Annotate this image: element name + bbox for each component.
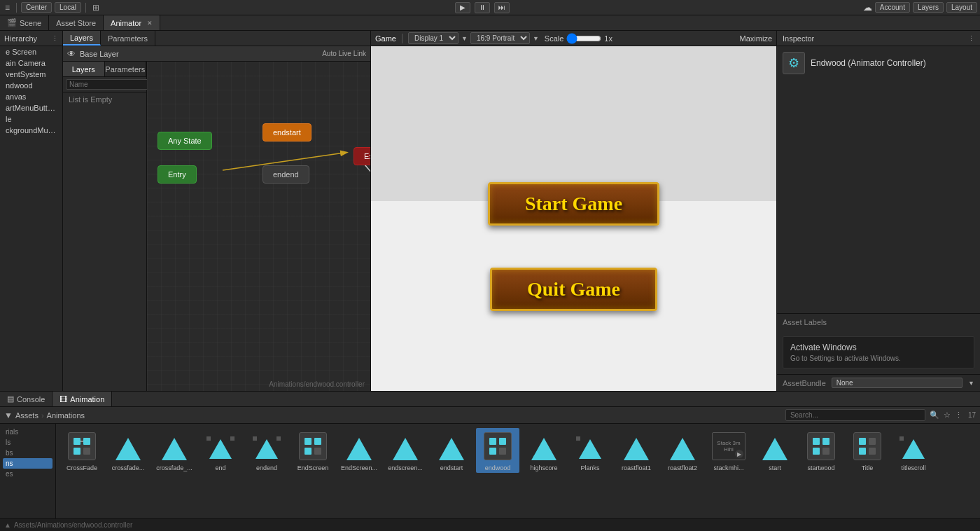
hierarchy-item[interactable]: artMenuButtons [0,102,62,113]
filter-icon[interactable]: ☆ [944,411,951,420]
params-tab-layers[interactable]: Layers [63,62,105,76]
asset-planks[interactable]: Planks [568,428,612,473]
asset-stackmhi[interactable]: Stack 3m Hihi ▶ stackmhi... [707,428,750,473]
hierarchy-item[interactable]: ventSystem [0,69,62,80]
grid-icon[interactable]: ⊞ [90,3,102,13]
asset-label-planks: Planks [570,464,610,471]
asset-icon-crossfade [65,429,99,463]
state-canvas[interactable]: Any State Entry Exit endstart [147,62,370,391]
asset-start[interactable]: start [753,428,797,473]
animator-tab-layers[interactable]: Layers [63,31,101,46]
account-btn[interactable]: Account [875,2,910,13]
asset-crossfade3[interactable]: crossfade_... [153,428,196,473]
ctrl-icon3 [484,432,512,460]
asset-label-crossfade: CrossFade [62,464,102,471]
layout-btn[interactable]: Layout [946,2,977,13]
tab-asset-store[interactable]: Asset Store [49,15,104,30]
hierarchy-item[interactable]: ain Camera [0,57,62,69]
layers-btn[interactable]: Layers [913,2,944,13]
sidebar-models[interactable]: ls [3,437,52,448]
asset-endscreen2[interactable]: EndScreen... [337,428,381,473]
tri-icon4 [439,438,464,460]
hierarchy-item[interactable]: e Screen [0,46,62,57]
asset-icon-start [758,429,792,463]
project-sidebar: rials ls bs ns es [0,424,56,518]
asset-endscreen3[interactable]: endscreen... [384,428,427,473]
animator-tab-parameters[interactable]: Parameters [101,31,155,46]
state-endstart[interactable]: endstart [262,123,312,142]
hierarchy-title: Hierarchy [4,34,37,43]
inspector-asset-name: Endwood (Animator Controller) [811,58,926,68]
tab-animation[interactable]: 🎞 Animation [52,392,112,406]
asset-endstart[interactable]: endstart [430,428,473,473]
asset-roastfloat1[interactable]: roastfloat1 [615,428,658,473]
tab-close[interactable]: ✕ [147,20,153,27]
sidebar-tabs[interactable]: bs [3,448,52,458]
asset-icon-title [850,429,884,463]
sep1 [16,3,17,13]
hierarchy-item[interactable]: ckgroundMusic [0,125,62,136]
asset-endend[interactable]: endend [245,428,288,473]
asset-label-endend: endend [246,464,287,471]
asset-titlescroll[interactable]: titlescroll [892,428,935,473]
auto-live-link[interactable]: Auto Live Link [322,50,366,57]
asset-roastfloat2[interactable]: roastfloat2 [661,428,704,473]
more-icon[interactable]: ⋮ [955,411,962,420]
breadcrumb-assets[interactable]: Assets [15,411,38,420]
hierarchy-item[interactable]: le [0,113,62,125]
asset-bundle-val[interactable]: None [832,378,962,388]
play-button[interactable]: ▶ [455,2,470,13]
start-game-btn[interactable]: Start Game [488,182,659,226]
expand-icon[interactable]: ▼ [4,411,13,420]
project-toolbar: ▼ Assets › Animations 🔍 ☆ ⋮ 17 [0,407,980,424]
tab-console[interactable]: ▤ Console [0,392,52,406]
scale-slider[interactable] [566,34,601,43]
bottom-status: ▲ Assets/Animations/endwood.controller [0,518,980,531]
sidebar-animations[interactable]: ns [3,458,52,469]
sidebar-materials[interactable]: rials [3,427,52,437]
asset-startwood[interactable]: startwood [799,428,843,473]
asset-endwood[interactable]: endwood [476,428,519,473]
display-select[interactable]: Display 1 [408,32,458,44]
asset-crossfade[interactable]: CrossFade [60,428,104,473]
cloud-icon[interactable]: ☁ [863,2,872,13]
play-overlay: ▶ [735,450,743,458]
aspect-select[interactable]: 16:9 Portrait [470,32,530,44]
base-layer-label: Base Layer [80,50,318,58]
asset-label-highscore: highscore [524,464,564,471]
breadcrumb-sep: › [41,411,44,420]
transform-center-btn[interactable]: Center [21,2,52,13]
asset-title[interactable]: Title [846,428,889,473]
maximize-btn[interactable]: Maximize [740,34,772,43]
asset-end[interactable]: end [199,428,242,473]
project-content: rials ls bs ns es CrossFa [0,424,980,518]
hierarchy-menu-icon[interactable]: ⋮ [52,35,58,42]
hierarchy-item[interactable]: ndwood [0,80,62,91]
asset-endscreen[interactable]: EndScreen [291,428,335,473]
menu-icon[interactable]: ≡ [3,3,12,13]
breadcrumb-animations[interactable]: Animations [47,411,85,420]
asset-crossfade2[interactable]: crossfade... [106,428,150,473]
tab-scene[interactable]: 🎬 Scene [0,15,49,30]
hierarchy-item[interactable]: anvas [0,91,62,102]
state-endend[interactable]: endend [262,165,309,184]
search-icon[interactable]: 🔍 [930,411,939,420]
eye-icon[interactable]: 👁 [67,49,76,59]
pause-button[interactable]: ⏸ [475,2,490,13]
animator-panel: Layers Parameters 👁 Base Layer Auto Live… [63,31,371,391]
project-search-input[interactable] [785,409,925,421]
tab-animator[interactable]: Animator ✕ [104,15,160,30]
state-entry[interactable]: Entry [158,165,197,184]
transform-local-btn[interactable]: Local [55,2,81,13]
state-exit[interactable]: Exit [354,147,370,165]
asset-highscore[interactable]: highscore [522,428,566,473]
expand-icon2[interactable]: ▲ [4,521,11,529]
params-tab-parameters[interactable]: Parameters [105,62,147,76]
sidebar-item5[interactable]: es [3,469,52,479]
step-button[interactable]: ⏭ [494,2,510,13]
quit-game-btn[interactable]: Quit Game [490,268,657,311]
state-any[interactable]: Any State [158,132,212,150]
toolbar-center: ▶ ⏸ ⏭ [104,2,860,13]
svg-rect-8 [304,438,312,445]
inspector-menu-icon[interactable]: ⋮ [968,35,974,42]
